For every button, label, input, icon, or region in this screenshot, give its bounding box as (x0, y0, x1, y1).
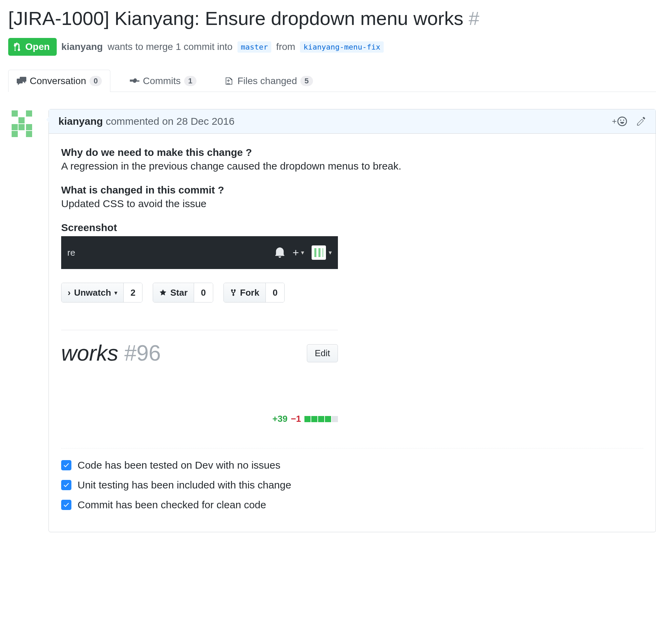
star-label: Star (170, 287, 188, 298)
tab-commits-label: Commits (143, 76, 180, 86)
file-diff-icon (224, 76, 234, 86)
answer-why: A regression in the previous change caus… (61, 160, 643, 172)
comment-verb: commented (106, 116, 159, 127)
state-badge-open: Open (8, 38, 57, 56)
comment-date-prefix: on (162, 116, 174, 127)
git-commit-icon (130, 76, 139, 86)
unwatch-button[interactable]: › Unwatch ▾ (62, 283, 124, 302)
pr-title-text: [JIRA-1000] Kianyang: Ensure dropdown me… (8, 8, 463, 29)
pr-tabs: Conversation 0 Commits 1 Files changed 5 (8, 69, 656, 92)
comment-header: kianyang commented on 28 Dec 2016 + (49, 109, 656, 134)
diffbar (304, 416, 338, 422)
timeline: kianyang commented on 28 Dec 2016 + Why … (8, 109, 656, 532)
tab-conversation-count: 0 (90, 76, 102, 86)
comment-date[interactable]: 28 Dec 2016 (176, 116, 234, 127)
checklist-label: Commit has been checked for clean code (78, 499, 266, 511)
checklist: Code has been tested on Dev with no issu… (61, 448, 643, 515)
checklist-item[interactable]: Unit testing has been included with this… (61, 475, 643, 495)
unwatch-group: › Unwatch ▾ 2 (61, 283, 142, 303)
fork-button[interactable]: Fork (224, 283, 266, 302)
bell-icon[interactable] (275, 247, 285, 258)
tab-files[interactable]: Files changed 5 (216, 70, 322, 92)
star-group: Star 0 (153, 283, 213, 303)
head-branch[interactable]: kianyang-menu-fix (300, 41, 384, 53)
unwatch-label: Unwatch (74, 287, 111, 298)
checklist-label: Code has been tested on Dev with no issu… (78, 459, 281, 471)
tab-commits-count: 1 (184, 76, 196, 86)
social-row: › Unwatch ▾ 2 Star 0 (61, 283, 338, 303)
divider (61, 330, 338, 330)
ss-topbar-text: re (67, 247, 75, 258)
comment-actions: + (612, 117, 646, 126)
fork-group: Fork 0 (223, 283, 285, 303)
comment-box: kianyang commented on 28 Dec 2016 + Why … (49, 109, 656, 532)
edit-button[interactable]: Edit (307, 344, 338, 362)
ss-title-text: works (61, 341, 118, 365)
git-pull-request-icon (13, 42, 23, 52)
answer-what: Updated CSS to avoid the issue (61, 198, 643, 210)
ss-title-row: works #96 Edit (61, 340, 338, 366)
ss-title: works #96 (61, 340, 161, 366)
heading-what: What is changed in this commit ? (61, 184, 643, 196)
tab-conversation[interactable]: Conversation 0 (8, 70, 110, 92)
svg-rect-1 (130, 80, 133, 82)
fork-count[interactable]: 0 (266, 283, 284, 302)
plus-dropdown[interactable]: +▾ (292, 246, 304, 259)
pencil-icon[interactable] (637, 117, 646, 126)
tab-commits[interactable]: Commits 1 (121, 70, 205, 92)
unwatch-count[interactable]: 2 (124, 283, 142, 302)
pr-author-link[interactable]: kianyang (62, 41, 103, 52)
deletions: −1 (291, 414, 301, 424)
tab-conversation-label: Conversation (30, 76, 86, 86)
add-reaction-button[interactable]: + (612, 117, 627, 126)
star-count[interactable]: 0 (194, 283, 213, 302)
heading-screenshot: Screenshot (61, 222, 643, 233)
diffstat: +39 −1 (61, 414, 338, 424)
checklist-label: Unit testing has been included with this… (78, 479, 291, 491)
merge-text: wants to merge 1 commit into (108, 41, 233, 52)
comment-author[interactable]: kianyang (58, 116, 103, 127)
fork-label: Fork (240, 287, 259, 298)
svg-rect-2 (136, 80, 139, 82)
star-icon (159, 289, 167, 296)
tab-files-label: Files changed (237, 76, 297, 86)
comment-byline: kianyang commented on 28 Dec 2016 (58, 116, 234, 127)
checkbox-checked-icon[interactable] (61, 480, 71, 490)
checkbox-checked-icon[interactable] (61, 460, 71, 470)
pr-meta-row: Open kianyang wants to merge 1 commit in… (8, 38, 656, 56)
svg-point-0 (133, 79, 137, 83)
state-label: Open (25, 41, 50, 52)
tab-files-count: 5 (300, 76, 313, 86)
smiley-icon (617, 117, 627, 126)
comment-body: Why do we need to make this change ? A r… (49, 134, 656, 532)
avatar[interactable] (8, 109, 38, 139)
star-button[interactable]: Star (153, 283, 194, 302)
ss-user-menu[interactable]: ▾ (312, 245, 332, 260)
embedded-screenshot: re +▾ ▾ › Unwatch (61, 236, 338, 424)
base-branch[interactable]: master (237, 41, 271, 53)
checklist-item[interactable]: Code has been tested on Dev with no issu… (61, 455, 643, 475)
pr-title: [JIRA-1000] Kianyang: Ensure dropdown me… (8, 7, 656, 30)
pr-number-hash: # (469, 8, 479, 29)
comment-discussion-icon (17, 76, 26, 86)
heading-why: Why do we need to make this change ? (61, 147, 643, 158)
ss-topbar: re +▾ ▾ (61, 236, 338, 269)
repo-forked-icon (230, 289, 237, 296)
checkbox-checked-icon[interactable] (61, 500, 71, 510)
from-text: from (276, 41, 295, 52)
ss-avatar-icon (312, 245, 326, 260)
additions: +39 (272, 414, 287, 424)
checklist-item[interactable]: Commit has been checked for clean code (61, 495, 643, 515)
ss-title-number: #96 (124, 341, 161, 365)
